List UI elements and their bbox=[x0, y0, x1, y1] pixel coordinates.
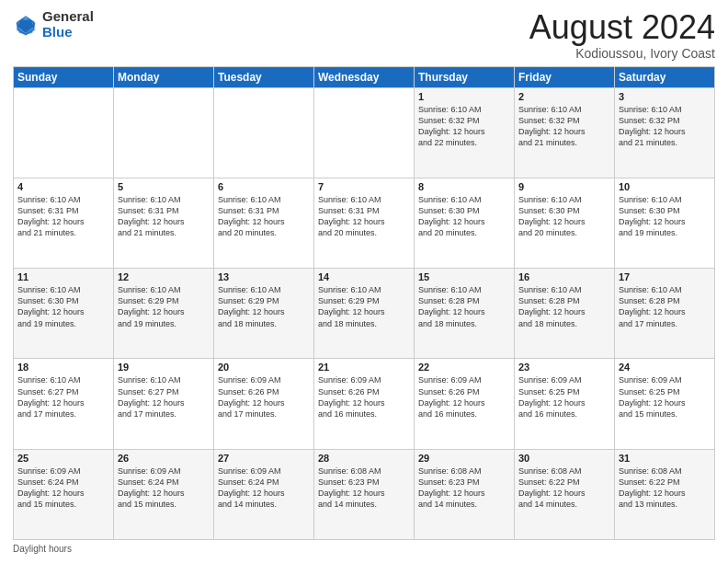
table-row: 23Sunrise: 6:09 AMSunset: 6:25 PMDayligh… bbox=[515, 359, 615, 449]
table-row: 17Sunrise: 6:10 AMSunset: 6:28 PMDayligh… bbox=[615, 269, 715, 359]
day-number: 31 bbox=[619, 453, 711, 464]
day-number: 19 bbox=[118, 362, 210, 373]
calendar-week-1: 1Sunrise: 6:10 AMSunset: 6:32 PMDaylight… bbox=[14, 87, 715, 178]
table-row: 1Sunrise: 6:10 AMSunset: 6:32 PMDaylight… bbox=[415, 87, 515, 178]
table-row bbox=[314, 87, 415, 178]
day-info: Sunrise: 6:09 AMSunset: 6:25 PMDaylight:… bbox=[518, 374, 610, 419]
table-row: 25Sunrise: 6:09 AMSunset: 6:24 PMDayligh… bbox=[14, 449, 114, 539]
day-number: 2 bbox=[518, 91, 610, 102]
day-number: 13 bbox=[218, 271, 310, 282]
day-info: Sunrise: 6:08 AMSunset: 6:23 PMDaylight:… bbox=[418, 465, 510, 511]
day-info: Sunrise: 6:10 AMSunset: 6:32 PMDaylight:… bbox=[418, 104, 510, 149]
day-number: 20 bbox=[218, 362, 310, 373]
table-row: 19Sunrise: 6:10 AMSunset: 6:27 PMDayligh… bbox=[114, 359, 214, 449]
day-number: 23 bbox=[518, 362, 610, 373]
day-number: 6 bbox=[218, 181, 310, 192]
day-info: Sunrise: 6:09 AMSunset: 6:25 PMDaylight:… bbox=[619, 374, 711, 419]
table-row: 10Sunrise: 6:10 AMSunset: 6:30 PMDayligh… bbox=[615, 178, 715, 268]
day-number: 9 bbox=[518, 181, 610, 192]
table-row: 7Sunrise: 6:10 AMSunset: 6:31 PMDaylight… bbox=[314, 178, 415, 268]
day-info: Sunrise: 6:10 AMSunset: 6:29 PMDaylight:… bbox=[318, 284, 410, 329]
table-row: 3Sunrise: 6:10 AMSunset: 6:32 PMDaylight… bbox=[615, 87, 715, 178]
table-row: 8Sunrise: 6:10 AMSunset: 6:30 PMDaylight… bbox=[415, 178, 515, 268]
table-row: 16Sunrise: 6:10 AMSunset: 6:28 PMDayligh… bbox=[515, 269, 615, 359]
table-row: 13Sunrise: 6:10 AMSunset: 6:29 PMDayligh… bbox=[214, 269, 314, 359]
day-info: Sunrise: 6:10 AMSunset: 6:30 PMDaylight:… bbox=[518, 194, 610, 239]
calendar-week-2: 4Sunrise: 6:10 AMSunset: 6:31 PMDaylight… bbox=[14, 178, 715, 268]
table-row: 31Sunrise: 6:08 AMSunset: 6:22 PMDayligh… bbox=[615, 449, 715, 539]
day-info: Sunrise: 6:10 AMSunset: 6:30 PMDaylight:… bbox=[17, 284, 109, 329]
table-row: 28Sunrise: 6:08 AMSunset: 6:23 PMDayligh… bbox=[314, 449, 415, 539]
day-info: Sunrise: 6:10 AMSunset: 6:31 PMDaylight:… bbox=[318, 194, 410, 239]
day-info: Sunrise: 6:09 AMSunset: 6:24 PMDaylight:… bbox=[218, 465, 310, 511]
table-row: 9Sunrise: 6:10 AMSunset: 6:30 PMDaylight… bbox=[515, 178, 615, 268]
table-row: 15Sunrise: 6:10 AMSunset: 6:28 PMDayligh… bbox=[415, 269, 515, 359]
col-thursday: Thursday bbox=[415, 66, 515, 87]
calendar-week-3: 11Sunrise: 6:10 AMSunset: 6:30 PMDayligh… bbox=[14, 269, 715, 359]
day-number: 18 bbox=[17, 362, 109, 373]
table-row: 4Sunrise: 6:10 AMSunset: 6:31 PMDaylight… bbox=[14, 178, 114, 268]
day-number: 22 bbox=[418, 362, 510, 373]
col-sunday: Sunday bbox=[14, 66, 114, 87]
main-title: August 2024 bbox=[529, 9, 715, 46]
day-info: Sunrise: 6:10 AMSunset: 6:28 PMDaylight:… bbox=[518, 284, 610, 329]
day-number: 30 bbox=[518, 453, 610, 464]
day-info: Sunrise: 6:10 AMSunset: 6:28 PMDaylight:… bbox=[418, 284, 510, 329]
table-row: 27Sunrise: 6:09 AMSunset: 6:24 PMDayligh… bbox=[214, 449, 314, 539]
day-info: Sunrise: 6:09 AMSunset: 6:26 PMDaylight:… bbox=[418, 374, 510, 419]
day-number: 12 bbox=[118, 271, 210, 282]
day-number: 17 bbox=[619, 271, 711, 282]
day-number: 27 bbox=[218, 453, 310, 464]
table-row: 5Sunrise: 6:10 AMSunset: 6:31 PMDaylight… bbox=[114, 178, 214, 268]
day-info: Sunrise: 6:10 AMSunset: 6:31 PMDaylight:… bbox=[218, 194, 310, 239]
daylight-hours-label: Daylight hours bbox=[13, 544, 72, 554]
table-row: 26Sunrise: 6:09 AMSunset: 6:24 PMDayligh… bbox=[114, 449, 214, 539]
day-info: Sunrise: 6:10 AMSunset: 6:30 PMDaylight:… bbox=[619, 194, 711, 239]
day-number: 5 bbox=[118, 181, 210, 192]
subtitle: Kodioussou, Ivory Coast bbox=[529, 46, 715, 61]
day-number: 7 bbox=[318, 181, 410, 192]
page: General Blue August 2024 Kodioussou, Ivo… bbox=[0, 0, 728, 563]
day-number: 10 bbox=[619, 181, 711, 192]
table-row: 14Sunrise: 6:10 AMSunset: 6:29 PMDayligh… bbox=[314, 269, 415, 359]
day-info: Sunrise: 6:10 AMSunset: 6:32 PMDaylight:… bbox=[619, 104, 711, 149]
header: General Blue August 2024 Kodioussou, Ivo… bbox=[13, 9, 715, 61]
col-monday: Monday bbox=[114, 66, 214, 87]
day-number: 1 bbox=[418, 91, 510, 102]
day-number: 29 bbox=[418, 453, 510, 464]
footer-note: Daylight hours bbox=[13, 544, 715, 554]
col-wednesday: Wednesday bbox=[314, 66, 415, 87]
day-info: Sunrise: 6:10 AMSunset: 6:29 PMDaylight:… bbox=[118, 284, 210, 329]
day-number: 25 bbox=[17, 453, 109, 464]
table-row: 18Sunrise: 6:10 AMSunset: 6:27 PMDayligh… bbox=[14, 359, 114, 449]
logo: General Blue bbox=[13, 9, 94, 40]
day-info: Sunrise: 6:10 AMSunset: 6:30 PMDaylight:… bbox=[418, 194, 510, 239]
col-tuesday: Tuesday bbox=[214, 66, 314, 87]
day-info: Sunrise: 6:08 AMSunset: 6:22 PMDaylight:… bbox=[518, 465, 610, 511]
day-number: 21 bbox=[318, 362, 410, 373]
day-info: Sunrise: 6:10 AMSunset: 6:31 PMDaylight:… bbox=[17, 194, 109, 239]
table-row: 11Sunrise: 6:10 AMSunset: 6:30 PMDayligh… bbox=[14, 269, 114, 359]
day-info: Sunrise: 6:10 AMSunset: 6:27 PMDaylight:… bbox=[17, 374, 109, 419]
day-info: Sunrise: 6:10 AMSunset: 6:32 PMDaylight:… bbox=[518, 104, 610, 149]
day-info: Sunrise: 6:08 AMSunset: 6:23 PMDaylight:… bbox=[318, 465, 410, 511]
day-info: Sunrise: 6:09 AMSunset: 6:26 PMDaylight:… bbox=[318, 374, 410, 419]
day-info: Sunrise: 6:10 AMSunset: 6:27 PMDaylight:… bbox=[118, 374, 210, 419]
calendar: Sunday Monday Tuesday Wednesday Thursday… bbox=[13, 66, 715, 540]
day-number: 11 bbox=[17, 271, 109, 282]
day-number: 3 bbox=[619, 91, 711, 102]
col-saturday: Saturday bbox=[615, 66, 715, 87]
day-info: Sunrise: 6:09 AMSunset: 6:24 PMDaylight:… bbox=[17, 465, 109, 511]
table-row bbox=[214, 87, 314, 178]
col-friday: Friday bbox=[515, 66, 615, 87]
table-row: 29Sunrise: 6:08 AMSunset: 6:23 PMDayligh… bbox=[415, 449, 515, 539]
calendar-header-row: Sunday Monday Tuesday Wednesday Thursday… bbox=[14, 66, 715, 87]
logo-blue-text: Blue bbox=[42, 25, 94, 40]
table-row: 2Sunrise: 6:10 AMSunset: 6:32 PMDaylight… bbox=[515, 87, 615, 178]
day-number: 15 bbox=[418, 271, 510, 282]
day-number: 26 bbox=[118, 453, 210, 464]
day-info: Sunrise: 6:10 AMSunset: 6:28 PMDaylight:… bbox=[619, 284, 711, 329]
day-number: 14 bbox=[318, 271, 410, 282]
day-info: Sunrise: 6:09 AMSunset: 6:24 PMDaylight:… bbox=[118, 465, 210, 511]
day-number: 16 bbox=[518, 271, 610, 282]
